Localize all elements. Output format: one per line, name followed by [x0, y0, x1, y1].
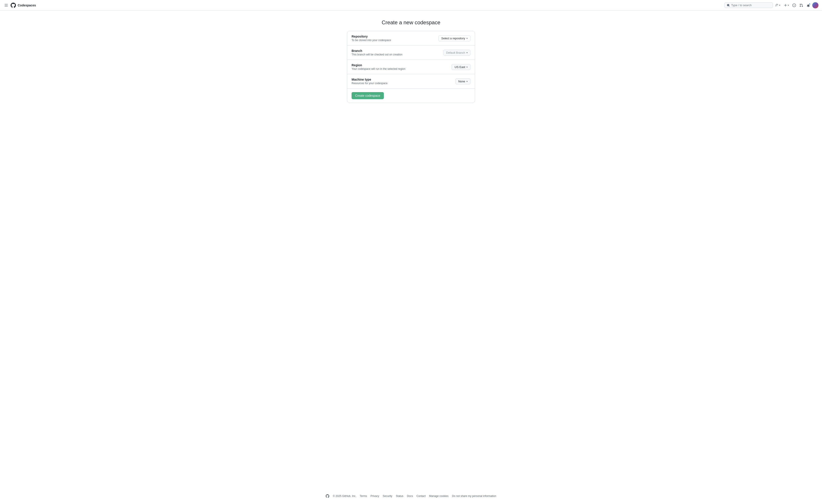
region-description: Your codespace will run in the selected …: [352, 67, 452, 70]
select-repository-button[interactable]: Select a repository ▾: [438, 35, 470, 41]
create-caret: ▾: [788, 4, 789, 6]
footer-terms[interactable]: Terms: [360, 495, 367, 498]
footer-logo: [326, 494, 329, 498]
machine-type-label: Machine type: [352, 78, 455, 81]
branch-field-info: Branch This branch will be checked out o…: [352, 49, 443, 56]
create-button-row: Create codespace: [347, 89, 475, 103]
region-button-label: US East: [454, 65, 465, 69]
notifications-button[interactable]: [805, 2, 811, 8]
footer-manage-cookies[interactable]: Manage cookies: [429, 495, 448, 498]
footer-privacy[interactable]: Privacy: [371, 495, 379, 498]
search-text: Type / to search: [731, 4, 771, 7]
copilot-caret: ▾: [779, 4, 780, 6]
branch-button-label: Default Branch: [446, 51, 465, 54]
footer-do-not-share[interactable]: Do not share my personal information: [452, 495, 496, 498]
region-button[interactable]: US East ▾: [452, 64, 470, 70]
header-left: Codespaces: [4, 3, 724, 8]
copilot-icon: [775, 4, 779, 7]
search-icon: [727, 4, 730, 7]
header-right: Type / to search ▾ ▾: [724, 2, 818, 8]
select-repository-caret: ▾: [466, 37, 468, 40]
region-label: Region: [352, 63, 452, 67]
main-content: Create a new codespace Repository To be …: [0, 11, 822, 491]
copilot-button[interactable]: ▾: [774, 2, 782, 8]
footer-copyright: © 2025 GitHub, Inc.: [333, 495, 356, 498]
repository-row: Repository To be cloned into your codesp…: [347, 31, 475, 45]
footer-docs[interactable]: Docs: [407, 495, 413, 498]
footer-contact[interactable]: Contact: [417, 495, 426, 498]
issues-button[interactable]: [791, 2, 797, 8]
branch-description: This branch will be checked out on creat…: [352, 53, 443, 56]
footer-security[interactable]: Security: [383, 495, 392, 498]
pull-request-icon: [799, 4, 803, 7]
machine-type-button[interactable]: None ▾: [455, 78, 470, 84]
footer-status[interactable]: Status: [396, 495, 403, 498]
avatar[interactable]: [812, 2, 818, 8]
repository-field-info: Repository To be cloned into your codesp…: [352, 35, 438, 42]
region-field-info: Region Your codespace will run in the se…: [352, 63, 452, 70]
branch-caret: ▾: [466, 51, 468, 54]
repository-label: Repository: [352, 35, 438, 38]
hamburger-button[interactable]: [4, 3, 9, 8]
form-card: Repository To be cloned into your codesp…: [347, 31, 475, 103]
create-button[interactable]: ▾: [782, 2, 790, 8]
machine-type-button-label: None: [458, 80, 465, 83]
machine-type-field-info: Machine type Resources for your codespac…: [352, 78, 455, 85]
pull-requests-button[interactable]: [798, 2, 804, 8]
branch-button[interactable]: Default Branch ▾: [443, 50, 470, 56]
select-repository-label: Select a repository: [441, 37, 465, 40]
page-title: Create a new codespace: [382, 19, 440, 26]
issues-icon: [792, 4, 796, 7]
machine-type-row: Machine type Resources for your codespac…: [347, 74, 475, 89]
create-codespace-button[interactable]: Create codespace: [352, 92, 384, 99]
github-logo[interactable]: [11, 3, 16, 8]
branch-label: Branch: [352, 49, 443, 53]
search-bar[interactable]: Type / to search: [724, 2, 773, 8]
region-row: Region Your codespace will run in the se…: [347, 60, 475, 74]
notification-dot: [809, 3, 811, 5]
plus-icon: [784, 4, 787, 7]
header: Codespaces Type / to search ▾ ▾: [0, 0, 822, 11]
region-caret: ▾: [466, 66, 468, 68]
machine-type-description: Resources for your codespace: [352, 82, 455, 85]
footer: © 2025 GitHub, Inc. Terms Privacy Securi…: [0, 491, 822, 501]
machine-type-caret: ▾: [466, 80, 468, 83]
footer-github-icon: [326, 494, 329, 498]
app-title: Codespaces: [18, 4, 36, 7]
branch-row: Branch This branch will be checked out o…: [347, 45, 475, 60]
repository-description: To be cloned into your codespace: [352, 39, 438, 42]
